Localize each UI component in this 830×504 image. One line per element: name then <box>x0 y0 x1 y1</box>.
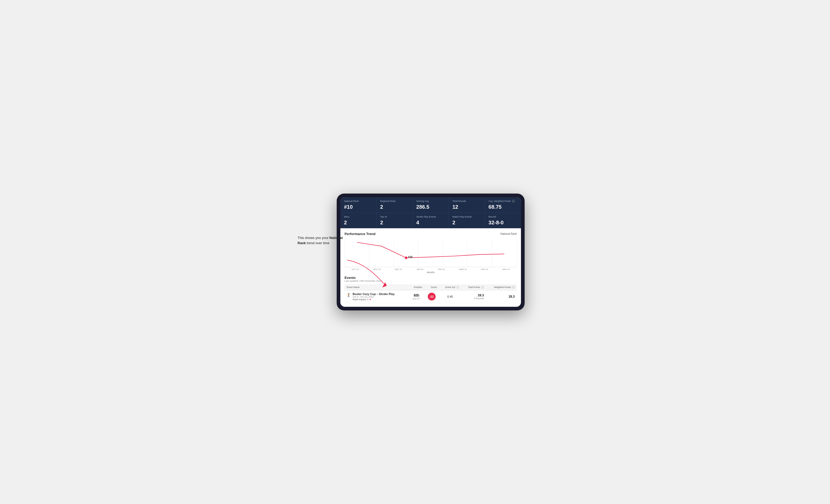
stat-label-regional-rank: Regional Rank <box>380 200 409 203</box>
x-label-oct23: OCT 23 <box>345 268 366 271</box>
svg-point-1 <box>405 257 408 259</box>
x-label-may24: MAY 24 <box>496 268 517 271</box>
x-label-dec23: DEC 23 <box>388 268 409 271</box>
grid-line-3 <box>393 238 394 267</box>
score-badge: -22 <box>428 293 436 301</box>
stat-label-wins: Wins <box>344 215 373 219</box>
stat-value-total-rounds: 12 <box>452 204 481 210</box>
stat-value-avg-weighted: 68.75 <box>489 204 517 210</box>
th-event-sg: Event SG i <box>439 284 461 290</box>
chart-wrapper: #10 OCT 23 NOV 23 DEC 23 JAN 24 FEB 24 M… <box>345 238 517 274</box>
rank-impact-arrow: ▼ <box>369 298 372 301</box>
chart-grid <box>345 238 517 267</box>
th-event-name: Event Name <box>345 284 409 290</box>
rank-impact-text: Rank Impact: 3 <box>353 298 369 301</box>
stat-value-wins: 2 <box>344 220 373 226</box>
events-section: Events Last updated: 24th November 2023 … <box>345 276 517 303</box>
grid-line-4 <box>418 238 418 267</box>
event-info: Buster Cozy Cup – Stroke Play Oct 9 - Oc… <box>353 293 395 301</box>
stat-label-avg-weighted: Avg. Weighted Points i <box>489 200 517 203</box>
golf-icon: 🏌 <box>347 293 351 297</box>
total-points-sub: 3 Rounds <box>463 297 484 300</box>
stats-row-2: Wins 2 Top 3s 2 Stroke Play Events 4 Mat… <box>340 213 521 228</box>
annotation-text-after: trend over time <box>306 241 329 245</box>
stat-avg-weighted: Avg. Weighted Points i 68.75 <box>485 197 521 212</box>
stats-row-1: National Rank #10 Regional Rank 2 Scorin… <box>340 197 521 213</box>
x-label-apr24: APR 24 <box>474 268 496 271</box>
stat-label-top3s: Top 3s <box>380 215 409 219</box>
stat-record: Record 32-8-0 <box>485 213 521 228</box>
stat-stroke-play: Stroke Play Events 4 <box>413 213 449 228</box>
perf-trend-header: Performance Trend National Rank <box>345 232 517 236</box>
stat-label-stroke-play: Stroke Play Events <box>416 215 445 219</box>
events-title: Events <box>345 276 517 280</box>
table-row: 🏌 Buster Cozy Cup – Stroke Play Oct 9 - … <box>345 290 517 303</box>
tablet-screen: National Rank #10 Regional Rank 2 Scorin… <box>340 197 521 306</box>
x-label-feb24: FEB 24 <box>430 268 452 271</box>
total-points-cell: 28.3 3 Rounds <box>461 290 486 303</box>
x-label-jan24: JAN 24 <box>409 268 431 271</box>
events-table-body: 🏌 Buster Cozy Cup – Stroke Play Oct 9 - … <box>345 290 517 303</box>
trend-line-svg <box>345 238 517 267</box>
rank-marker: #10 <box>408 256 413 259</box>
events-table: Event Name Position Score Event SG i Tot… <box>345 284 517 303</box>
events-table-head: Event Name Position Score Event SG i Tot… <box>345 284 517 290</box>
stat-top3s: Top 3s 2 <box>376 213 412 228</box>
event-sg-value: 0.45 <box>439 290 461 303</box>
grid-line-6 <box>468 238 468 267</box>
stat-scoring-avg: Scoring Avg. 286.5 <box>413 197 449 212</box>
info-icon-total-points: i <box>481 286 484 289</box>
stat-national-rank: National Rank #10 <box>340 197 376 212</box>
total-points-main: 28.3 <box>463 294 484 297</box>
stat-value-match-play: 2 <box>452 220 481 226</box>
stat-value-national-rank: #10 <box>344 204 373 210</box>
position-main: 6th <box>411 293 422 297</box>
event-name: Buster Cozy Cup – Stroke Play <box>353 293 395 296</box>
th-score: Score <box>424 284 439 290</box>
stat-wins: Wins 2 <box>340 213 376 228</box>
x-label-mar24: MAR 24 <box>452 268 474 271</box>
stat-value-scoring-avg: 286.5 <box>416 204 445 210</box>
position-cell: 6th out of 7 <box>409 290 424 303</box>
stat-value-top3s: 2 <box>380 220 409 226</box>
stat-value-record: 32-8-0 <box>489 220 517 226</box>
x-axis-title: Months <box>345 271 517 274</box>
event-name-cell: 🏌 Buster Cozy Cup – Stroke Play Oct 9 - … <box>345 290 409 303</box>
th-weighted-points: Weighted Points i <box>486 284 517 290</box>
stat-label-scoring-avg: Scoring Avg. <box>416 200 445 203</box>
th-total-points: Total Points i <box>461 284 486 290</box>
th-position: Position <box>409 284 424 290</box>
info-icon-avg-weighted: i <box>512 200 515 202</box>
outer-wrapper: This shows you your National Rank trend … <box>297 194 533 310</box>
rank-impact: Rank Impact: 3 ▼ <box>353 298 395 301</box>
perf-trend-right-label: National Rank <box>500 232 517 235</box>
score-cell: -22 <box>424 290 439 303</box>
stat-value-stroke-play: 4 <box>416 220 445 226</box>
events-table-header-row: Event Name Position Score Event SG i Tot… <box>345 284 517 290</box>
grid-line-8 <box>516 238 517 267</box>
x-label-nov23: NOV 23 <box>366 268 388 271</box>
stat-label-national-rank: National Rank <box>344 200 373 203</box>
grid-line-1 <box>345 238 345 267</box>
annotation-text-before: This shows you your <box>297 236 329 240</box>
info-icon-weighted-points: i <box>512 286 515 289</box>
stat-label-match-play: Match Play Events <box>452 215 481 219</box>
event-date: Oct 9 - Oct 10, 2023 <box>353 296 395 298</box>
stat-match-play: Match Play Events 2 <box>449 213 485 228</box>
stat-regional-rank: Regional Rank 2 <box>376 197 412 212</box>
weighted-points-value: 28.3 <box>486 290 517 303</box>
chart-container: #10 <box>345 238 517 267</box>
stat-value-regional-rank: 2 <box>380 204 409 210</box>
position-sub: out of 7 <box>411 297 422 300</box>
rank-marker-label: #10 <box>408 256 413 259</box>
content-area: Performance Trend National Rank <box>340 228 521 307</box>
x-axis-labels: OCT 23 NOV 23 DEC 23 JAN 24 FEB 24 MAR 2… <box>345 268 517 271</box>
stat-label-total-rounds: Total Rounds <box>452 200 481 203</box>
events-last-updated: Last updated: 24th November 2023 <box>345 280 517 282</box>
stat-label-record: Record <box>489 215 517 219</box>
stat-total-rounds: Total Rounds 12 <box>449 197 485 212</box>
grid-line-5 <box>443 238 443 267</box>
tablet-device: National Rank #10 Regional Rank 2 Scorin… <box>337 194 524 310</box>
info-icon-event-sg: i <box>456 286 459 289</box>
event-name-container: 🏌 Buster Cozy Cup – Stroke Play Oct 9 - … <box>347 293 407 301</box>
